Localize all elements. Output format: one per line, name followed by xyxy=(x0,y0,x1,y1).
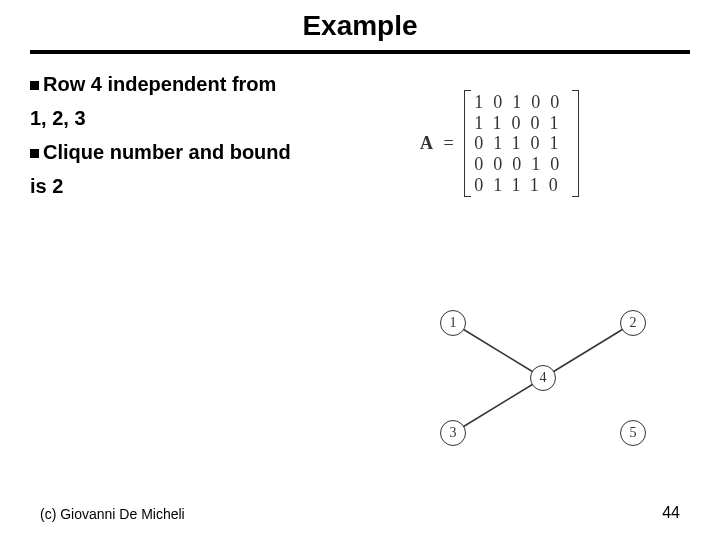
bullet-2-cont: is 2 xyxy=(30,172,390,200)
bullet-1-lead: Row 4 independent from xyxy=(43,73,276,95)
graph: 1 2 4 3 5 xyxy=(420,310,670,450)
bullet-1: Row 4 independent from xyxy=(30,70,390,98)
matrix-equation: A = 10100 11001 01101 00010 01110 xyxy=(420,90,579,197)
equals-sign: = xyxy=(444,133,454,154)
title-rule xyxy=(30,50,690,54)
bullet-2: Clique number and bound xyxy=(30,138,390,166)
node-3: 3 xyxy=(440,420,466,446)
matrix-row: 00010 xyxy=(474,154,569,175)
edge-3-4 xyxy=(453,378,543,433)
matrix-body: 10100 11001 01101 00010 01110 xyxy=(464,90,579,197)
edge-1-4 xyxy=(453,323,543,378)
matrix-label: A xyxy=(420,133,433,154)
edge-2-4 xyxy=(543,323,633,378)
node-2: 2 xyxy=(620,310,646,336)
matrix-row: 01101 xyxy=(474,133,569,154)
bullet-1-cont: 1, 2, 3 xyxy=(30,104,390,132)
bullet-list: Row 4 independent from 1, 2, 3 Clique nu… xyxy=(30,70,390,206)
node-4: 4 xyxy=(530,365,556,391)
matrix-row: 01110 xyxy=(474,175,569,196)
node-5: 5 xyxy=(620,420,646,446)
page-number: 44 xyxy=(662,504,680,522)
page-title: Example xyxy=(0,10,720,42)
slide: Example Row 4 independent from 1, 2, 3 C… xyxy=(0,0,720,540)
copyright: (c) Giovanni De Micheli xyxy=(40,506,185,522)
node-1: 1 xyxy=(440,310,466,336)
bullet-2-lead: Clique number and bound xyxy=(43,141,291,163)
matrix-row: 11001 xyxy=(474,113,569,134)
bullet-icon xyxy=(30,149,39,158)
matrix-row: 10100 xyxy=(474,92,569,113)
bullet-icon xyxy=(30,81,39,90)
